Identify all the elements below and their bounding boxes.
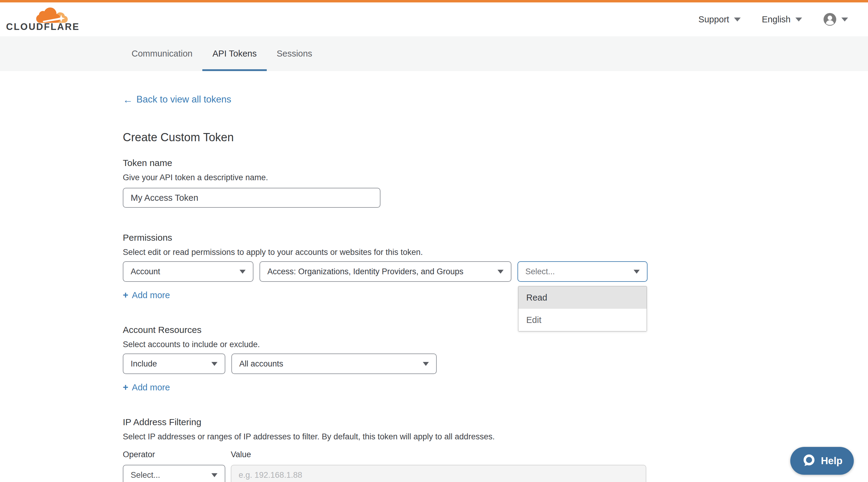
back-link-label: Back to view all tokens xyxy=(136,94,231,105)
help-button-label: Help xyxy=(821,455,843,467)
resource-target-value: All accounts xyxy=(239,359,283,368)
chevron-down-icon xyxy=(841,18,848,22)
ip-filtering-labels: Operator Value xyxy=(123,450,868,459)
support-menu-label: Support xyxy=(698,14,729,25)
ip-value-label: Value xyxy=(231,450,251,459)
token-name-description: Give your API token a descriptive name. xyxy=(123,173,868,182)
ip-operator-placeholder: Select... xyxy=(131,471,160,480)
cloudflare-cloud-icon xyxy=(34,7,69,23)
menu-item-edit[interactable]: Edit xyxy=(518,309,647,331)
chevron-down-icon xyxy=(423,362,429,366)
site-header: CLOUDFLARE Support English xyxy=(0,2,868,36)
ip-filtering-heading: IP Address Filtering xyxy=(123,417,868,427)
permission-level-placeholder: Select... xyxy=(525,267,555,277)
account-resources-row: Include All accounts xyxy=(123,353,868,374)
chevron-down-icon xyxy=(211,362,217,366)
account-resources-add-more-label: Add more xyxy=(132,383,170,392)
tab-api-tokens[interactable]: API Tokens xyxy=(202,36,267,71)
permissions-description: Select edit or read permissions to apply… xyxy=(123,248,868,257)
account-resources-description: Select accounts to include or exclude. xyxy=(123,340,868,349)
ip-operator-dropdown[interactable]: Select... xyxy=(123,465,225,482)
ip-operator-label: Operator xyxy=(123,450,231,459)
ip-filtering-row: Select... xyxy=(123,465,868,482)
token-name-input[interactable] xyxy=(123,188,380,208)
tab-communication[interactable]: Communication xyxy=(122,36,202,71)
chevron-down-icon xyxy=(240,270,246,274)
chat-bubble-icon xyxy=(802,454,816,468)
language-menu-label: English xyxy=(762,14,790,25)
plus-icon: + xyxy=(123,382,128,393)
permissions-section: Permissions Select edit or read permissi… xyxy=(123,232,868,300)
menu-item-read[interactable]: Read xyxy=(518,286,647,309)
profile-tabbar: Communication API Tokens Sessions xyxy=(0,36,868,71)
permissions-row: Account Access: Organizations, Identity … xyxy=(123,261,868,282)
permissions-add-more-label: Add more xyxy=(132,290,170,300)
tab-sessions[interactable]: Sessions xyxy=(267,36,322,71)
chevron-down-icon xyxy=(796,18,802,22)
permission-group-value: Access: Organizations, Identity Provider… xyxy=(267,267,463,277)
resource-operator-dropdown[interactable]: Include xyxy=(123,353,225,374)
user-avatar-icon xyxy=(823,13,837,26)
cloudflare-wordmark: CLOUDFLARE xyxy=(6,22,80,32)
cloudflare-logo[interactable]: CLOUDFLARE xyxy=(6,6,66,32)
brand-color-bar xyxy=(0,0,868,2)
main-content: ← Back to view all tokens Create Custom … xyxy=(0,71,868,482)
chevron-down-icon xyxy=(211,473,217,477)
account-resources-heading: Account Resources xyxy=(123,325,868,335)
account-resources-section: Account Resources Select accounts to inc… xyxy=(123,325,868,393)
back-arrow-icon: ← xyxy=(123,95,133,105)
back-to-tokens-link[interactable]: ← Back to view all tokens xyxy=(123,94,231,105)
resource-operator-value: Include xyxy=(131,359,157,368)
account-resources-add-more-link[interactable]: + Add more xyxy=(123,382,170,393)
token-name-section: Token name Give your API token a descrip… xyxy=(123,158,868,208)
header-actions: Support English xyxy=(698,13,848,26)
chevron-down-icon xyxy=(497,270,503,274)
permission-group-dropdown[interactable]: Access: Organizations, Identity Provider… xyxy=(259,261,512,282)
support-menu[interactable]: Support xyxy=(698,14,741,25)
permission-scope-value: Account xyxy=(131,267,160,277)
chevron-down-icon xyxy=(633,270,640,274)
account-menu[interactable] xyxy=(823,13,848,26)
permissions-add-more-link[interactable]: + Add more xyxy=(123,290,170,300)
permission-level-dropdown[interactable]: Select... Read Edit xyxy=(518,261,648,282)
permission-level-menu: Read Edit xyxy=(518,286,647,331)
ip-filtering-section: IP Address Filtering Select IP addresses… xyxy=(123,417,868,482)
ip-value-input[interactable] xyxy=(231,465,646,482)
language-menu[interactable]: English xyxy=(762,14,802,25)
chevron-down-icon xyxy=(734,18,741,22)
help-button[interactable]: Help xyxy=(790,447,854,475)
resource-target-dropdown[interactable]: All accounts xyxy=(231,353,437,374)
ip-filtering-description: Select IP addresses or ranges of IP addr… xyxy=(123,432,868,442)
plus-icon: + xyxy=(123,290,128,300)
page-title: Create Custom Token xyxy=(123,131,868,144)
permission-scope-dropdown[interactable]: Account xyxy=(123,261,253,282)
token-name-heading: Token name xyxy=(123,158,868,168)
permissions-heading: Permissions xyxy=(123,232,868,243)
